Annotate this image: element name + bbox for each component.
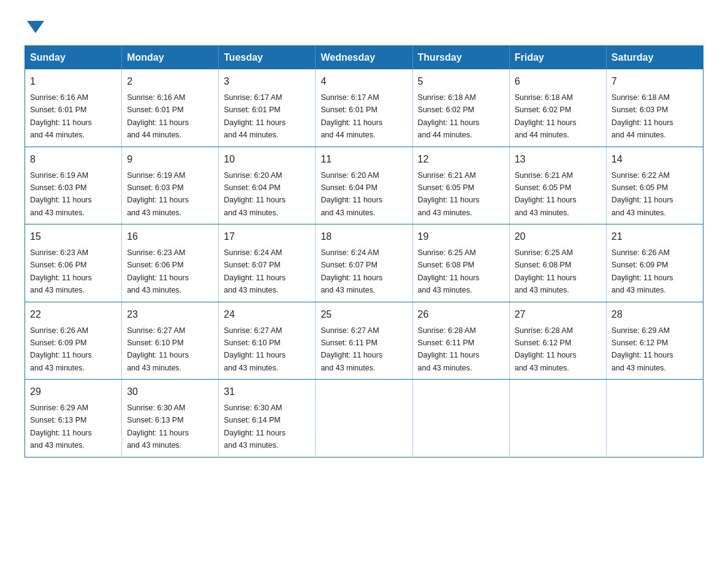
- day-info: Sunrise: 6:17 AMSunset: 6:01 PMDaylight:…: [320, 93, 382, 139]
- day-number: 21: [612, 229, 698, 244]
- day-info: Sunrise: 6:27 AMSunset: 6:10 PMDaylight:…: [224, 326, 286, 372]
- calendar-cell: 6 Sunrise: 6:18 AMSunset: 6:02 PMDayligh…: [509, 69, 606, 147]
- day-info: Sunrise: 6:21 AMSunset: 6:05 PMDaylight:…: [515, 171, 577, 217]
- day-info: Sunrise: 6:30 AMSunset: 6:14 PMDaylight:…: [224, 404, 286, 450]
- calendar-cell: 22 Sunrise: 6:26 AMSunset: 6:09 PMDaylig…: [25, 302, 122, 380]
- day-info: Sunrise: 6:30 AMSunset: 6:13 PMDaylight:…: [127, 404, 189, 450]
- day-number: 18: [320, 229, 407, 244]
- day-number: 12: [418, 152, 504, 167]
- day-number: 24: [224, 307, 310, 322]
- day-info: Sunrise: 6:25 AMSunset: 6:08 PMDaylight:…: [515, 248, 577, 294]
- calendar-cell: 23 Sunrise: 6:27 AMSunset: 6:10 PMDaylig…: [122, 302, 219, 380]
- day-number: 8: [30, 152, 116, 167]
- day-number: 20: [515, 229, 601, 244]
- column-header-friday: Friday: [509, 46, 606, 70]
- day-info: Sunrise: 6:24 AMSunset: 6:07 PMDaylight:…: [320, 248, 382, 294]
- day-info: Sunrise: 6:18 AMSunset: 6:02 PMDaylight:…: [515, 93, 577, 139]
- day-number: 5: [418, 74, 504, 89]
- day-number: 11: [320, 152, 407, 167]
- calendar-cell: 10 Sunrise: 6:20 AMSunset: 6:04 PMDaylig…: [219, 147, 316, 224]
- calendar-cell: 19 Sunrise: 6:25 AMSunset: 6:08 PMDaylig…: [412, 224, 509, 302]
- day-info: Sunrise: 6:28 AMSunset: 6:11 PMDaylight:…: [418, 326, 480, 372]
- calendar-cell: 20 Sunrise: 6:25 AMSunset: 6:08 PMDaylig…: [509, 224, 606, 302]
- day-info: Sunrise: 6:18 AMSunset: 6:02 PMDaylight:…: [418, 93, 480, 139]
- day-info: Sunrise: 6:24 AMSunset: 6:07 PMDaylight:…: [224, 248, 286, 294]
- day-number: 19: [418, 229, 504, 244]
- calendar-cell: [316, 380, 412, 458]
- calendar-cell: 15 Sunrise: 6:23 AMSunset: 6:06 PMDaylig…: [25, 224, 122, 302]
- day-number: 29: [30, 385, 116, 399]
- day-info: Sunrise: 6:26 AMSunset: 6:09 PMDaylight:…: [612, 248, 673, 294]
- day-number: 28: [612, 307, 698, 322]
- calendar-cell: 30 Sunrise: 6:30 AMSunset: 6:13 PMDaylig…: [122, 380, 219, 458]
- day-info: Sunrise: 6:22 AMSunset: 6:05 PMDaylight:…: [612, 171, 673, 217]
- calendar-cell: 2 Sunrise: 6:16 AMSunset: 6:01 PMDayligh…: [122, 69, 219, 147]
- day-info: Sunrise: 6:29 AMSunset: 6:12 PMDaylight:…: [612, 326, 673, 372]
- calendar-cell: 28 Sunrise: 6:29 AMSunset: 6:12 PMDaylig…: [606, 302, 703, 380]
- day-number: 27: [515, 307, 601, 322]
- day-number: 3: [224, 74, 310, 89]
- calendar-cell: 5 Sunrise: 6:18 AMSunset: 6:02 PMDayligh…: [412, 69, 509, 147]
- calendar-cell: 3 Sunrise: 6:17 AMSunset: 6:01 PMDayligh…: [219, 69, 316, 147]
- day-number: 23: [127, 307, 213, 322]
- page-header: [25, 18, 703, 33]
- calendar-cell: 7 Sunrise: 6:18 AMSunset: 6:03 PMDayligh…: [606, 69, 703, 147]
- calendar-cell: 27 Sunrise: 6:28 AMSunset: 6:12 PMDaylig…: [509, 302, 606, 380]
- day-number: 4: [320, 74, 407, 89]
- day-number: 7: [612, 74, 698, 89]
- calendar-cell: 14 Sunrise: 6:22 AMSunset: 6:05 PMDaylig…: [606, 147, 703, 224]
- calendar-week-5: 29 Sunrise: 6:29 AMSunset: 6:13 PMDaylig…: [25, 380, 703, 458]
- calendar-week-2: 8 Sunrise: 6:19 AMSunset: 6:03 PMDayligh…: [25, 147, 703, 224]
- column-header-wednesday: Wednesday: [316, 46, 412, 70]
- day-number: 26: [418, 307, 504, 322]
- calendar-header-row: SundayMondayTuesdayWednesdayThursdayFrid…: [25, 46, 703, 70]
- day-info: Sunrise: 6:28 AMSunset: 6:12 PMDaylight:…: [515, 326, 577, 372]
- day-info: Sunrise: 6:21 AMSunset: 6:05 PMDaylight:…: [418, 171, 480, 217]
- calendar-cell: 16 Sunrise: 6:23 AMSunset: 6:06 PMDaylig…: [122, 224, 219, 302]
- column-header-tuesday: Tuesday: [219, 46, 316, 70]
- day-number: 13: [515, 152, 601, 167]
- column-header-sunday: Sunday: [25, 46, 122, 70]
- day-info: Sunrise: 6:18 AMSunset: 6:03 PMDaylight:…: [612, 93, 673, 139]
- day-number: 30: [127, 385, 213, 399]
- day-info: Sunrise: 6:27 AMSunset: 6:10 PMDaylight:…: [127, 326, 189, 372]
- day-number: 1: [30, 74, 116, 89]
- calendar-table: SundayMondayTuesdayWednesdayThursdayFrid…: [25, 45, 703, 458]
- calendar-cell: [412, 380, 509, 458]
- calendar-cell: 17 Sunrise: 6:24 AMSunset: 6:07 PMDaylig…: [219, 224, 316, 302]
- logo-triangle-icon: [27, 21, 44, 33]
- day-info: Sunrise: 6:25 AMSunset: 6:08 PMDaylight:…: [418, 248, 480, 294]
- calendar-cell: 26 Sunrise: 6:28 AMSunset: 6:11 PMDaylig…: [412, 302, 509, 380]
- day-number: 10: [224, 152, 310, 167]
- day-number: 25: [320, 307, 407, 322]
- calendar-week-1: 1 Sunrise: 6:16 AMSunset: 6:01 PMDayligh…: [25, 69, 703, 147]
- day-info: Sunrise: 6:20 AMSunset: 6:04 PMDaylight:…: [224, 171, 286, 217]
- calendar-cell: 18 Sunrise: 6:24 AMSunset: 6:07 PMDaylig…: [316, 224, 412, 302]
- day-number: 2: [127, 74, 213, 89]
- calendar-cell: [606, 380, 703, 458]
- day-number: 22: [30, 307, 116, 322]
- calendar-cell: 11 Sunrise: 6:20 AMSunset: 6:04 PMDaylig…: [316, 147, 412, 224]
- day-number: 16: [127, 229, 213, 244]
- calendar-cell: 4 Sunrise: 6:17 AMSunset: 6:01 PMDayligh…: [316, 69, 412, 147]
- day-info: Sunrise: 6:19 AMSunset: 6:03 PMDaylight:…: [127, 171, 189, 217]
- day-number: 14: [612, 152, 698, 167]
- calendar-week-4: 22 Sunrise: 6:26 AMSunset: 6:09 PMDaylig…: [25, 302, 703, 380]
- calendar-cell: 29 Sunrise: 6:29 AMSunset: 6:13 PMDaylig…: [25, 380, 122, 458]
- day-info: Sunrise: 6:23 AMSunset: 6:06 PMDaylight:…: [127, 248, 189, 294]
- calendar-cell: 1 Sunrise: 6:16 AMSunset: 6:01 PMDayligh…: [25, 69, 122, 147]
- calendar-cell: 21 Sunrise: 6:26 AMSunset: 6:09 PMDaylig…: [606, 224, 703, 302]
- calendar-cell: 9 Sunrise: 6:19 AMSunset: 6:03 PMDayligh…: [122, 147, 219, 224]
- column-header-saturday: Saturday: [606, 46, 703, 70]
- day-number: 6: [515, 74, 601, 89]
- calendar-cell: 12 Sunrise: 6:21 AMSunset: 6:05 PMDaylig…: [412, 147, 509, 224]
- day-number: 15: [30, 229, 116, 244]
- day-number: 9: [127, 152, 213, 167]
- day-info: Sunrise: 6:20 AMSunset: 6:04 PMDaylight:…: [320, 171, 382, 217]
- column-header-monday: Monday: [122, 46, 219, 70]
- calendar-cell: 31 Sunrise: 6:30 AMSunset: 6:14 PMDaylig…: [219, 380, 316, 458]
- day-info: Sunrise: 6:26 AMSunset: 6:09 PMDaylight:…: [30, 326, 92, 372]
- calendar-week-3: 15 Sunrise: 6:23 AMSunset: 6:06 PMDaylig…: [25, 224, 703, 302]
- day-info: Sunrise: 6:16 AMSunset: 6:01 PMDaylight:…: [127, 93, 189, 139]
- day-info: Sunrise: 6:19 AMSunset: 6:03 PMDaylight:…: [30, 171, 92, 217]
